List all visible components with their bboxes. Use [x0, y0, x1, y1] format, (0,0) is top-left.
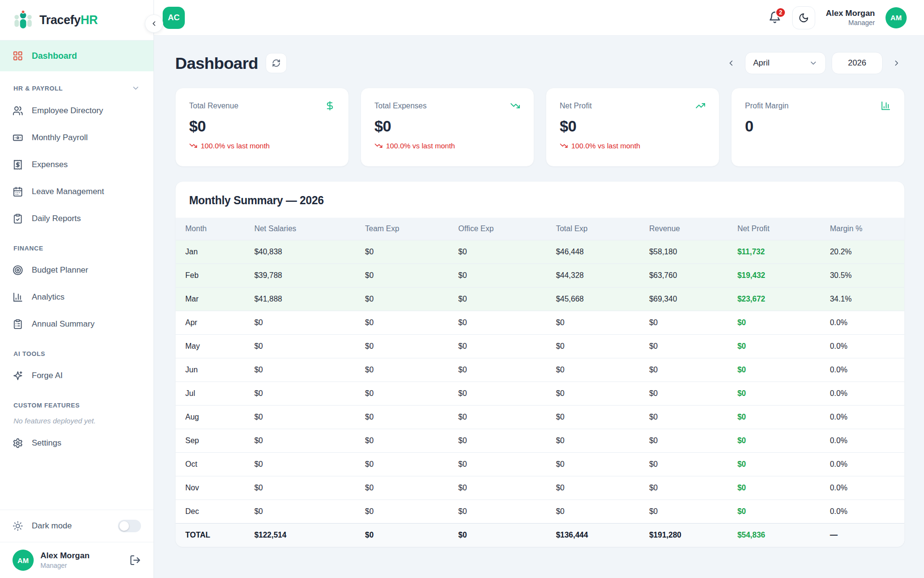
- month-cell: Feb: [176, 264, 248, 288]
- value-cell: $0: [550, 358, 643, 382]
- clipboard-check-icon: [13, 213, 23, 224]
- value-cell: $0: [248, 500, 359, 524]
- value-cell: $0: [550, 453, 643, 476]
- total-value-cell: $0: [452, 524, 550, 547]
- logo-row: TracefyHR: [0, 0, 154, 40]
- page-content: Dashboard April 2026: [154, 36, 924, 578]
- value-cell: $0: [550, 335, 643, 358]
- month-select[interactable]: April: [745, 52, 826, 74]
- col-header-month: Month: [176, 218, 248, 240]
- value-cell: $41,888: [248, 288, 359, 311]
- sidebar-item-label: Forge AI: [32, 371, 63, 381]
- sidebar-item-expenses[interactable]: Expenses: [0, 151, 154, 178]
- col-header-margin: Margin %: [824, 218, 904, 240]
- logout-button[interactable]: [129, 554, 141, 566]
- col-header-net-salaries: Net Salaries: [248, 218, 359, 240]
- table-total-row: TOTAL$122,514$0$0$136,444$191,280$54,836…: [176, 524, 904, 547]
- notifications-button[interactable]: 2: [768, 11, 782, 25]
- total-value-cell: $122,514: [248, 524, 359, 547]
- total-value-cell: —: [824, 524, 904, 547]
- sidebar-item-annual-summary[interactable]: Annual Summary: [0, 311, 154, 338]
- sidebar-item-label: Monthly Payroll: [32, 133, 88, 143]
- table-row-mar: Mar$41,888$0$0$45,668$69,340$23,67234.1%: [176, 288, 904, 311]
- topbar-user: Alex Morgan Manager: [826, 9, 875, 26]
- dark-mode-toggle[interactable]: [118, 520, 141, 532]
- section-label-ai-tools: AI TOOLS: [0, 338, 154, 362]
- value-cell: $0: [643, 500, 732, 524]
- custom-features-empty-text: No features deployed yet.: [0, 414, 154, 430]
- section-label-hr-payroll[interactable]: HR & PAYROLL: [0, 71, 154, 97]
- value-cell: $58,180: [643, 240, 732, 264]
- workspace-badge[interactable]: AC: [163, 7, 185, 29]
- value-cell: $0: [550, 429, 643, 453]
- value-cell: $0: [550, 311, 643, 335]
- value-cell: $0: [452, 335, 550, 358]
- sidebar-item-leave-management[interactable]: Leave Management: [0, 178, 154, 205]
- bar-chart-icon: [13, 292, 23, 302]
- value-cell: $0: [643, 382, 732, 406]
- year-display[interactable]: 2026: [832, 52, 883, 74]
- month-cell: Jul: [176, 382, 248, 406]
- total-value-cell: $54,836: [732, 524, 824, 547]
- topbar-avatar[interactable]: AM: [886, 7, 907, 28]
- trending-down-icon: [560, 142, 568, 150]
- next-month-button[interactable]: [888, 55, 905, 71]
- value-cell: $0: [359, 288, 453, 311]
- sidebar: TracefyHR Dashboard HR & PAYROLLEmployee…: [0, 0, 154, 578]
- section-label-text: FINANCE: [13, 245, 43, 252]
- kpi-value: $0: [374, 118, 520, 135]
- table-row-apr: Apr$0$0$0$0$0$00.0%: [176, 311, 904, 335]
- sidebar-item-analytics[interactable]: Analytics: [0, 284, 154, 311]
- total-value-cell: $0: [359, 524, 453, 547]
- value-cell: 0.0%: [824, 358, 904, 382]
- section-label-custom-features: CUSTOM FEATURES: [0, 389, 154, 414]
- user-meta: Alex Morgan Manager: [40, 551, 90, 569]
- table-row-jan: Jan$40,838$0$0$46,448$58,180$11,73220.2%: [176, 240, 904, 264]
- page-title: Dashboard: [175, 54, 258, 73]
- value-cell: 0.0%: [824, 335, 904, 358]
- value-cell: $0: [359, 358, 453, 382]
- main-area: AC 2 Alex Morgan Manager AM: [154, 0, 924, 578]
- month-cell: Jun: [176, 358, 248, 382]
- value-cell: $0: [248, 406, 359, 429]
- sidebar-item-forge-ai[interactable]: Forge AI: [0, 362, 154, 389]
- value-cell: $0: [452, 453, 550, 476]
- total-value-cell: $136,444: [550, 524, 643, 547]
- value-cell: $0: [359, 382, 453, 406]
- theme-toggle-button[interactable]: [792, 6, 815, 29]
- refresh-button[interactable]: [266, 53, 287, 73]
- value-cell: $69,340: [643, 288, 732, 311]
- users-icon: [13, 105, 23, 116]
- receipt-icon: [13, 159, 23, 170]
- sidebar-item-employee-directory[interactable]: Employee Directory: [0, 97, 154, 124]
- sidebar-item-settings[interactable]: Settings: [0, 430, 154, 457]
- sidebar-item-label: Dashboard: [32, 51, 77, 61]
- previous-month-button[interactable]: [723, 55, 739, 71]
- dark-mode-row: Dark mode: [0, 510, 154, 542]
- month-cell: Dec: [176, 500, 248, 524]
- sidebar-item-budget-planner[interactable]: Budget Planner: [0, 257, 154, 284]
- value-cell: $40,838: [248, 240, 359, 264]
- sidebar-item-dashboard[interactable]: Dashboard: [0, 40, 154, 71]
- app-root: TracefyHR Dashboard HR & PAYROLLEmployee…: [0, 0, 924, 578]
- value-cell: $0: [248, 453, 359, 476]
- kpi-card-header: Total Revenue: [189, 101, 335, 111]
- value-cell: $0: [359, 335, 453, 358]
- kpi-label: Total Revenue: [189, 102, 238, 110]
- sun-icon: [13, 521, 23, 531]
- sidebar-item-monthly-payroll[interactable]: Monthly Payroll: [0, 124, 154, 151]
- clipboard-list-icon: [13, 319, 23, 329]
- sidebar-item-label: Settings: [32, 438, 61, 448]
- value-cell: $0: [248, 382, 359, 406]
- sidebar-collapse-button[interactable]: [145, 14, 163, 33]
- col-header-net-profit: Net Profit: [732, 218, 824, 240]
- value-cell: $0: [452, 264, 550, 288]
- value-cell: $0: [452, 382, 550, 406]
- value-cell: 0.0%: [824, 476, 904, 500]
- sidebar-item-daily-reports[interactable]: Daily Reports: [0, 205, 154, 232]
- value-cell: $44,328: [550, 264, 643, 288]
- date-controls: April 2026: [723, 52, 905, 74]
- table-row-oct: Oct$0$0$0$0$0$00.0%: [176, 453, 904, 476]
- month-cell: May: [176, 335, 248, 358]
- value-cell: $0: [359, 406, 453, 429]
